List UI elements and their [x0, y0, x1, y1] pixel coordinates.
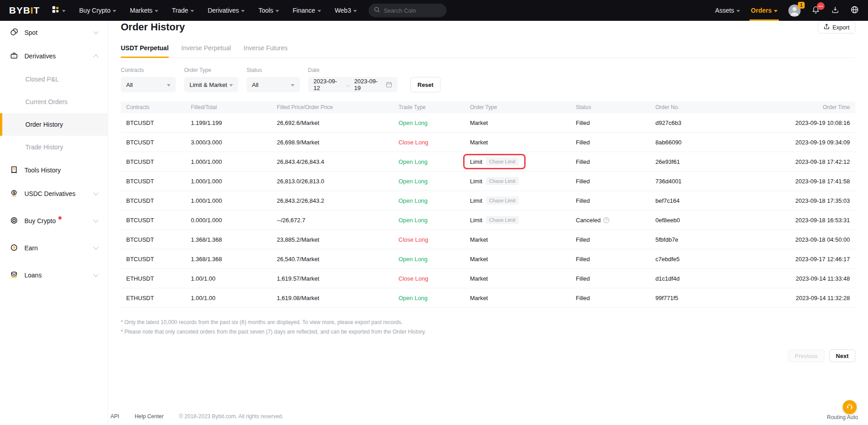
- cell-order-time: 2023-09-14 11:32:28: [732, 295, 855, 301]
- language-button[interactable]: [850, 5, 859, 16]
- product-tabs: USDT Perpetual Inverse Perpetual Inverse…: [121, 44, 855, 58]
- cell-order-time: 2023-09-18 16:53:31: [732, 217, 855, 224]
- cell-order-no: 8ab66090: [650, 139, 732, 146]
- cell-order-no: 26e93f61: [650, 158, 732, 165]
- nav-orders[interactable]: Orders: [751, 0, 778, 21]
- tab-usdt-perpetual[interactable]: USDT Perpetual: [121, 44, 169, 57]
- nav-menu-tools[interactable]: Tools: [258, 0, 279, 21]
- chase-limit-badge: Chase Limit: [486, 196, 518, 205]
- buy-crypto-icon: [10, 216, 18, 226]
- nav-assets[interactable]: Assets: [715, 0, 740, 21]
- nav-menu-buy-crypto[interactable]: Buy Crypto: [79, 0, 116, 21]
- search-input[interactable]: [384, 7, 438, 14]
- sidebar-item-spot[interactable]: Spot: [0, 21, 108, 44]
- chevron-down-icon: [167, 84, 171, 86]
- sidebar-item-derivatives[interactable]: Derivatives: [0, 44, 108, 68]
- status-label: Filled: [576, 139, 590, 146]
- sidebar-item-earn[interactable]: Earn: [0, 236, 108, 260]
- cell-status: Filled: [570, 119, 650, 126]
- loans-icon: [10, 271, 18, 280]
- previous-page-button[interactable]: Previous: [788, 349, 825, 362]
- cell-filled-price-order-price: 1,619.57/Market: [271, 275, 393, 282]
- chevron-down-icon: [155, 10, 158, 12]
- footer-link-api[interactable]: API: [110, 413, 119, 420]
- order-type-highlight-box: LimitChase Limit: [463, 154, 526, 169]
- sidebar-item-order-history[interactable]: Order History: [0, 113, 108, 136]
- sidebar-item-loans[interactable]: Loans: [0, 263, 108, 287]
- main-menu: Buy Crypto Markets Trade Derivatives Too…: [79, 0, 357, 21]
- table-row: BTCUSDT0.000/1.000--/26,672.7Open LongLi…: [121, 210, 855, 230]
- account-avatar[interactable]: 1: [788, 5, 801, 17]
- cell-order-type: LimitChase Limit: [465, 177, 570, 185]
- sidebar-item-buy-crypto[interactable]: Buy Crypto: [0, 209, 108, 233]
- cell-trade-type: Open Long: [393, 119, 465, 126]
- coin-search[interactable]: [369, 4, 446, 17]
- headset-icon: [846, 402, 854, 412]
- cell-trade-type: Open Long: [393, 178, 465, 185]
- tab-inverse-futures[interactable]: Inverse Futures: [244, 44, 288, 57]
- chevron-down-icon: [275, 10, 279, 12]
- tab-inverse-perpetual[interactable]: Inverse Perpetual: [181, 44, 231, 57]
- cell-filled-total: 1.000/1.000: [185, 178, 271, 185]
- notifications-button[interactable]: •••: [811, 5, 820, 16]
- chase-limit-badge: Chase Limit: [486, 158, 518, 166]
- date-range-picker[interactable]: 2023-09-12 → 2023-09-19: [308, 77, 398, 92]
- top-navbar: BYBIT Buy Crypto Markets Trade Derivativ…: [0, 0, 868, 21]
- order-type-label: Market: [470, 256, 488, 263]
- cell-order-type: LimitChase Limit: [465, 216, 570, 224]
- sidebar-item-trade-history[interactable]: Trade History: [0, 136, 108, 158]
- cell-order-time: 2023-09-19 10:08:16: [732, 119, 855, 126]
- trade-type-label: Open Long: [398, 178, 427, 185]
- cell-order-time: 2023-09-19 09:34:09: [732, 139, 855, 146]
- order-type-select[interactable]: Limit & Market: [184, 77, 238, 92]
- nav-menu-finance[interactable]: Finance: [293, 0, 321, 21]
- earn-icon: [10, 244, 18, 253]
- reset-button[interactable]: Reset: [410, 77, 441, 92]
- cell-filled-total: 3.000/3.000: [185, 139, 271, 146]
- canceled-help-icon[interactable]: ?: [603, 217, 609, 223]
- trade-type-label: Open Long: [398, 119, 427, 126]
- download-icon: [831, 5, 840, 16]
- nav-menu-web3[interactable]: Web3: [335, 0, 357, 21]
- chase-limit-badge: Chase Limit: [486, 177, 518, 185]
- cell-status: Filled: [570, 236, 650, 243]
- cell-status: Filled: [570, 178, 650, 185]
- order-type-value: Market: [470, 256, 488, 263]
- status-label: Filled: [576, 295, 590, 301]
- notification-dot: [58, 216, 62, 220]
- sidebar-item-current-orders[interactable]: Current Orders: [0, 91, 108, 113]
- nav-menu-trade[interactable]: Trade: [172, 0, 194, 21]
- sidebar-item-tools-history[interactable]: Tools History: [0, 158, 108, 182]
- next-page-button[interactable]: Next: [829, 349, 855, 362]
- logo-text-end: T: [33, 5, 40, 15]
- export-button[interactable]: Export: [818, 21, 855, 33]
- status-select[interactable]: All: [247, 77, 300, 92]
- cell-status: Canceled?: [570, 217, 650, 224]
- trade-type-label: Close Long: [398, 236, 428, 243]
- sidebar-item-usdc-derivatives[interactable]: USDC Derivatives: [0, 182, 108, 205]
- nav-menu-derivatives[interactable]: Derivatives: [208, 0, 245, 21]
- cell-contracts: BTCUSDT: [121, 158, 185, 165]
- apps-grid-button[interactable]: [52, 5, 66, 15]
- cell-order-time: 2023-09-18 17:41:58: [732, 178, 855, 185]
- sidebar-item-closed-pnl[interactable]: Closed P&L: [0, 68, 108, 91]
- cell-filled-price-order-price: --/26,672.7: [271, 217, 393, 224]
- sidebar-item-label: Derivatives: [24, 53, 56, 60]
- order-type-value: Market: [470, 295, 488, 301]
- cell-order-time: 2023-09-18 17:35:03: [732, 197, 855, 204]
- footer-link-help-center[interactable]: Help Center: [135, 413, 164, 420]
- cell-order-no: 99f771f5: [650, 295, 732, 301]
- cell-order-no: 5fbfdb7e: [650, 236, 732, 243]
- table-row: BTCUSDT1.199/1.19926,692.6/MarketOpen Lo…: [121, 113, 855, 133]
- order-type-label: Limit: [470, 158, 482, 165]
- cell-status: Filled: [570, 275, 650, 282]
- bybit-logo[interactable]: BYBIT: [9, 5, 40, 16]
- trade-type-label: Open Long: [398, 295, 427, 301]
- contracts-select[interactable]: All: [121, 77, 176, 92]
- table-row: ETHUSDT1.00/1.001,619.57/MarketClose Lon…: [121, 269, 855, 288]
- nav-menu-markets[interactable]: Markets: [130, 0, 158, 21]
- cell-contracts: BTCUSDT: [121, 178, 185, 185]
- support-chat-button[interactable]: [843, 400, 857, 414]
- col-header-contracts: Contracts: [121, 104, 185, 110]
- downloads-button[interactable]: [831, 5, 840, 16]
